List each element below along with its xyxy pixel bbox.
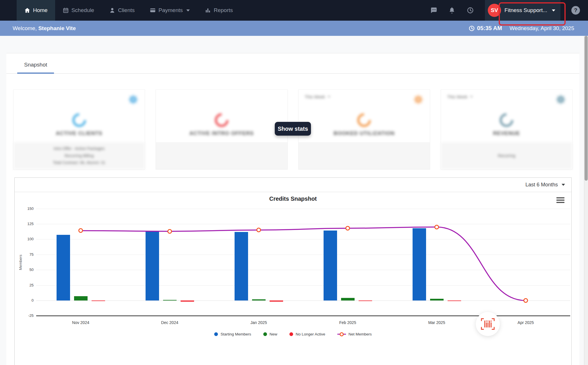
nav-item-reports[interactable]: Reports	[197, 0, 240, 21]
gear-icon[interactable]	[556, 94, 566, 105]
gear-icon[interactable]	[128, 94, 138, 105]
gridline	[36, 224, 570, 224]
legend-item[interactable]: No Longer Active	[289, 332, 325, 336]
bar-chart-icon	[205, 7, 211, 13]
y-tick-label: 75	[19, 252, 34, 257]
credits-snapshot-card: Last 6 Months Credits Snapshot Members 1…	[14, 177, 572, 365]
chevron-down-icon	[470, 96, 473, 97]
nav-label: Payments	[158, 7, 183, 13]
nav-item-home[interactable]: Home	[17, 0, 55, 21]
bar-starting-members	[146, 231, 159, 300]
stat-card-footer	[299, 142, 430, 169]
period-selector[interactable]: This Week	[305, 94, 330, 99]
x-tick-label: Jan 2025	[250, 320, 267, 325]
bar-new	[341, 298, 355, 300]
barcode-logo-icon	[481, 318, 495, 330]
scrollbar[interactable]	[584, 36, 588, 365]
x-tick-label: Dec 2024	[161, 320, 178, 325]
net-members-marker	[434, 225, 439, 229]
credit-card-icon	[150, 7, 156, 13]
main-panel: Snapshot ACTIVE CLIENTS Intro Offer - Ac…	[6, 53, 579, 365]
x-tick-label: Feb 2025	[339, 320, 356, 325]
welcome-bar: Welcome, Stephanie Vite 05:35 AM Wednesd…	[0, 21, 588, 36]
y-tick-label: 25	[19, 283, 34, 287]
legend-net-marker	[337, 332, 346, 336]
chat-icon[interactable]	[430, 7, 437, 14]
welcome-greeting: Welcome, Stephanie Vite	[13, 25, 76, 32]
account-menu[interactable]: SV Fitness Support...	[485, 0, 560, 21]
loading-spinner-badge	[476, 312, 500, 336]
legend-item[interactable]: New	[263, 332, 277, 336]
navbar-right: SV Fitness Support... ?	[430, 0, 588, 21]
nav-label: Home	[33, 7, 48, 13]
stat-card-title: ACTIVE INTRO OFFERS	[156, 130, 287, 136]
tabs-row: Snapshot	[6, 53, 579, 74]
bar-no-longer-active	[448, 300, 461, 301]
stat-card-footer: Recurring	[441, 142, 572, 169]
chevron-down-icon	[328, 96, 330, 97]
bar-no-longer-active	[181, 300, 194, 302]
bar-starting-members	[235, 232, 248, 300]
net-members-marker	[256, 228, 261, 232]
y-tick-label: 150	[19, 206, 34, 211]
scrollbar-thumb[interactable]	[585, 36, 588, 181]
bar-starting-members	[324, 231, 337, 300]
net-members-marker	[78, 228, 83, 233]
donut-spinner	[212, 110, 231, 130]
chevron-down-icon	[552, 9, 555, 11]
x-tick-label: Apr 2025	[518, 320, 534, 325]
clock-icon[interactable]	[467, 7, 474, 14]
stat-card-revenue: This Week REVENUE Recurring	[441, 89, 572, 169]
bar-new	[163, 300, 177, 300]
bar-no-longer-active	[270, 300, 283, 302]
home-icon	[24, 7, 30, 13]
stat-card-footer: Intro Offer - Active Packages Recurring …	[13, 142, 145, 169]
gear-icon[interactable]	[413, 94, 423, 105]
donut-spinner	[69, 110, 89, 130]
show-stats-button[interactable]: Show stats	[275, 122, 311, 136]
chevron-down-icon	[186, 9, 190, 11]
bar-starting-members	[57, 235, 70, 300]
donut-spinner	[354, 110, 374, 130]
top-navbar: Home Schedule Clients Payments Report	[0, 0, 588, 21]
y-tick-label: 50	[19, 268, 34, 272]
stat-card-title: ACTIVE CLIENTS	[13, 130, 145, 136]
current-date: Wednesday, April 30, 2025	[510, 25, 574, 32]
tab-snapshot[interactable]: Snapshot	[17, 62, 54, 74]
y-tick-label: 125	[19, 222, 34, 226]
period-selector[interactable]: This Week	[447, 94, 473, 99]
nav-label: Reports	[214, 7, 233, 13]
legend-item[interactable]: Starting Members	[214, 332, 251, 336]
gridline	[36, 209, 570, 209]
y-tick-label: 0	[19, 298, 34, 302]
nav-item-payments[interactable]: Payments	[142, 0, 197, 21]
bar-no-longer-active	[92, 300, 105, 301]
nav-label: Schedule	[71, 7, 94, 13]
y-tick-label: 100	[19, 237, 34, 241]
x-tick-label: Nov 2024	[72, 320, 89, 325]
bell-icon[interactable]	[448, 7, 456, 14]
clock-icon	[469, 25, 475, 32]
donut-spinner	[497, 110, 516, 130]
legend-dot	[263, 332, 267, 336]
stat-card-active-intro-offers: ACTIVE INTRO OFFERS	[156, 89, 287, 169]
person-icon	[109, 7, 115, 13]
calendar-icon	[63, 7, 69, 13]
nav-item-schedule[interactable]: Schedule	[55, 0, 102, 21]
legend-item[interactable]: Net Members	[337, 332, 372, 336]
nav-item-clients[interactable]: Clients	[102, 0, 142, 21]
bar-starting-members	[413, 228, 426, 300]
account-name: Fitness Support...	[504, 7, 547, 13]
stat-card-footer	[156, 142, 287, 169]
bar-new	[74, 296, 88, 300]
gridline	[36, 300, 570, 301]
primary-nav: Home Schedule Clients Payments Report	[0, 0, 240, 21]
current-time: 05:35 AM	[469, 25, 502, 32]
bar-no-longer-active	[359, 300, 372, 301]
net-members-marker	[523, 298, 528, 303]
legend-dot	[289, 332, 293, 336]
gridline	[36, 255, 570, 255]
gridline	[36, 239, 570, 239]
help-icon[interactable]: ?	[571, 6, 580, 15]
gridline	[36, 285, 570, 286]
